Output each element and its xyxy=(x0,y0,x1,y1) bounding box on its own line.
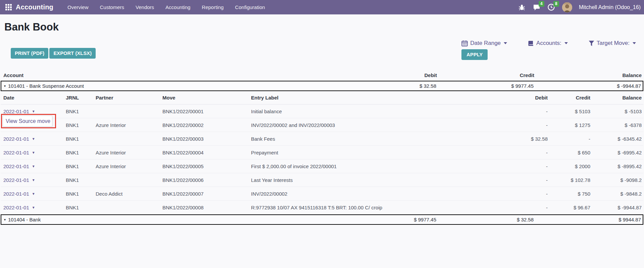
cell-entry-label: R:9772938 10/07 AX 9415116318 T:5 BRT: 1… xyxy=(251,205,487,210)
account-debit: $ 9977.45 xyxy=(354,217,438,222)
column-header-balance: Balance xyxy=(592,95,643,100)
cell-entry-label: INV/2022/00002 xyxy=(251,191,487,197)
cell-entry-label: Initial balance xyxy=(251,109,487,114)
cell-jrnl: BNK1 xyxy=(66,163,96,169)
column-header-account: Account xyxy=(1,72,355,78)
cell-move: BNK1/2022/00008 xyxy=(162,205,251,210)
debug-bug-icon[interactable] xyxy=(518,3,526,11)
menu-item-customers[interactable]: Customers xyxy=(100,4,125,10)
column-header-credit: Credit xyxy=(439,72,536,78)
account-name-label: 101401 - Bank Suspense Account xyxy=(8,83,84,89)
menu-item-configuration[interactable]: Configuration xyxy=(235,4,265,10)
collapse-caret-icon: ▾ xyxy=(4,84,6,88)
menu-item-overview[interactable]: Overview xyxy=(67,4,89,10)
print-pdf-button[interactable]: PRINT (PDF) xyxy=(11,48,48,59)
cell-jrnl: BNK1 xyxy=(66,136,96,142)
cell-entry-label: Prepayment xyxy=(251,150,487,155)
cell-debit: - xyxy=(487,109,549,114)
cell-balance: $ -9848.2 xyxy=(592,191,643,197)
account-row-101404[interactable]: ▾101404 - Bank $ 9977.45 $ 32.58 $ 9944.… xyxy=(1,214,643,225)
chevron-down-icon xyxy=(633,42,636,44)
move-lines: 2022-01-01▼ BNK1 BNK1/2022/00001 Initial… xyxy=(1,105,643,214)
table-row: 2022-01-01▼ BNK1 Azure Interior BNK1/202… xyxy=(1,146,643,159)
view-source-move-menu-item[interactable]: View Source move xyxy=(3,116,52,127)
cell-jrnl: BNK1 xyxy=(66,177,96,183)
cell-move: BNK1/2022/00001 xyxy=(162,109,251,114)
cell-move: BNK1/2022/00003 xyxy=(162,136,251,142)
cell-move: BNK1/2022/00004 xyxy=(162,150,251,155)
chevron-down-icon: ▼ xyxy=(32,192,35,196)
bank-book-table: Account Debit Credit Balance ▾101401 - B… xyxy=(1,69,643,225)
activities-badge: 8 xyxy=(553,1,559,7)
cell-entry-label: First $ 2,000.00 of invoice 2022/00001 xyxy=(251,163,487,169)
calendar-icon xyxy=(461,40,468,47)
cell-entry-label: Last Year Interests xyxy=(251,177,487,183)
account-credit: $ 9977.45 xyxy=(438,83,535,89)
annotation-highlight-box: View Source move xyxy=(1,114,56,128)
date-dropdown-toggle[interactable]: 2022-01-01▼ xyxy=(1,191,66,197)
menu-item-reporting[interactable]: Reporting xyxy=(202,4,224,10)
filters-row: Date Range Accounts: Target Move: xyxy=(461,40,636,47)
cell-debit: - xyxy=(487,205,549,210)
cell-credit: $ 750 xyxy=(549,191,592,197)
app-brand[interactable]: Accounting xyxy=(16,3,53,11)
date-dropdown-toggle[interactable]: 2022-01-01▼ xyxy=(1,136,66,142)
account-name-label: 101404 - Bank xyxy=(8,217,41,222)
export-buttons: PRINT (PDF) EXPORT (XLSX) xyxy=(11,48,96,59)
cell-debit: $ 32.58 xyxy=(487,136,549,142)
export-xlsx-button[interactable]: EXPORT (XLSX) xyxy=(49,48,96,59)
chevron-down-icon: ▼ xyxy=(32,151,35,154)
cell-move: BNK1/2022/00006 xyxy=(162,177,251,183)
table-row: 2022-01-01▼ BNK1 BNK1/2022/00001 Initial… xyxy=(1,105,643,118)
chevron-down-icon xyxy=(564,42,568,44)
accounts-filter[interactable]: Accounts: xyxy=(528,40,568,47)
date-range-filter[interactable]: Date Range xyxy=(461,40,507,47)
activities-clock-icon[interactable]: 8 xyxy=(547,3,555,11)
column-header-jrnl: JRNL xyxy=(66,95,96,100)
cell-partner: Azure Interior xyxy=(96,122,162,128)
target-move-filter[interactable]: Target Move: xyxy=(589,40,636,47)
cell-balance: $ -9098.2 xyxy=(592,177,643,183)
chevron-down-icon xyxy=(504,42,507,44)
account-balance: $ 9944.87 xyxy=(535,217,643,222)
page-title: Bank Book xyxy=(4,21,644,33)
messages-icon[interactable]: 4 xyxy=(533,3,541,11)
cell-balance: $ -6345.42 xyxy=(592,136,643,142)
date-dropdown-toggle[interactable]: 2022-01-01▼ xyxy=(1,205,66,210)
main-menu: Overview Customers Vendors Accounting Re… xyxy=(67,4,265,10)
cell-jrnl: BNK1 xyxy=(66,205,96,210)
filters-area: Date Range Accounts: Target Move: APPLY xyxy=(461,40,636,60)
cell-debit: - xyxy=(487,191,549,197)
user-avatar[interactable] xyxy=(562,2,572,12)
cell-entry-label: Bank Fees xyxy=(251,136,487,142)
chevron-down-icon: ▼ xyxy=(32,206,35,209)
cell-credit: $ 102.78 xyxy=(549,177,592,183)
cell-partner: Azure Interior xyxy=(96,163,162,169)
account-row-101401[interactable]: ▾101401 - Bank Suspense Account $ 32.58 … xyxy=(1,81,643,91)
date-dropdown-toggle[interactable]: 2022-01-01▼ xyxy=(1,177,66,183)
chevron-down-icon: ▼ xyxy=(32,110,35,113)
user-menu[interactable]: Mitchell Admin (Odoo_16) xyxy=(579,4,641,10)
date-dropdown-toggle[interactable]: 2022-01-01▼ xyxy=(1,163,66,169)
apps-grid-icon[interactable] xyxy=(5,4,12,10)
cell-jrnl: BNK1 xyxy=(66,191,96,197)
cell-jrnl: BNK1 xyxy=(66,109,96,114)
cell-credit: - xyxy=(549,136,592,142)
menu-item-accounting[interactable]: Accounting xyxy=(165,4,190,10)
date-dropdown-toggle[interactable]: 2022-01-01▼ xyxy=(1,150,66,155)
cell-debit: - xyxy=(487,122,549,128)
date-range-filter-label: Date Range xyxy=(470,40,501,47)
apply-button[interactable]: APPLY xyxy=(461,49,488,60)
cell-credit: $ 5103 xyxy=(549,109,592,114)
cell-debit: - xyxy=(487,150,549,155)
cell-partner: Azure Interior xyxy=(96,150,162,155)
menu-item-vendors[interactable]: Vendors xyxy=(136,4,154,10)
account-balance: $ -9944.87 xyxy=(535,83,643,89)
table-row: 2022-01-01▼ BNK1 BNK1/2022/00003 Bank Fe… xyxy=(1,132,643,146)
cell-jrnl: BNK1 xyxy=(66,122,96,128)
report-toolbar: PRINT (PDF) EXPORT (XLSX) Date Range Acc… xyxy=(0,35,644,67)
cell-debit: - xyxy=(487,177,549,183)
date-dropdown-toggle[interactable]: 2022-01-01▼ xyxy=(1,109,66,114)
cell-partner: Deco Addict xyxy=(96,191,162,197)
cell-balance: $ -6995.42 xyxy=(592,150,643,155)
